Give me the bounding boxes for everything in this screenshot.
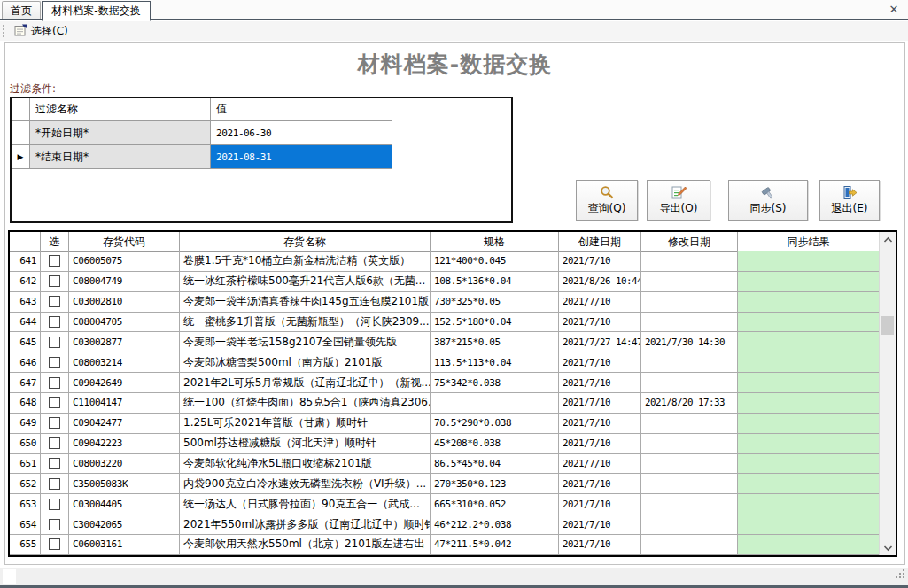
row-checkbox[interactable]: [49, 478, 60, 490]
row-number-cell: 642: [10, 272, 41, 291]
created-date-cell: 2021/7/27 14:47: [559, 332, 641, 352]
toolbar-grip-handle[interactable]: [3, 25, 6, 37]
header-inventory-code[interactable]: 存货代码: [69, 232, 180, 251]
row-number-cell: 645: [10, 332, 41, 352]
row-checkbox[interactable]: [49, 499, 60, 510]
filter-header-row: 过滤名称 值: [12, 98, 511, 121]
header-inventory-name[interactable]: 存货名称: [180, 232, 431, 251]
row-number-cell: 650: [10, 434, 41, 453]
row-checkbox[interactable]: [49, 397, 60, 408]
inventory-code-cell: C03002877: [69, 332, 180, 352]
scrollbar-thumb[interactable]: [881, 316, 894, 335]
header-modified-date[interactable]: 修改日期: [641, 232, 738, 251]
page-title: 材料档案-数据交换: [5, 50, 904, 79]
header-spec[interactable]: 规格: [431, 232, 559, 251]
resize-grip-icon[interactable]: [895, 569, 905, 582]
spec-cell: 113.5*113*0.04: [431, 352, 559, 372]
inventory-name-cell: 内袋900克立白冷水速效无磷型洗衣粉（VI升级）...: [180, 474, 431, 493]
row-number-cell: 643: [10, 292, 41, 312]
row-checkbox[interactable]: [49, 357, 60, 368]
vertical-scrollbar[interactable]: [879, 232, 896, 555]
table-row[interactable]: 648C11004147统一100（红烧牛肉面）85克5合1（陕西清真2306.…: [10, 393, 879, 414]
row-select-cell: [41, 332, 69, 352]
table-row[interactable]: 653C03004405统一汤达人（日式豚骨拉面）90克五合一（武成...665…: [10, 494, 879, 514]
table-row[interactable]: 655C06003161今麦郎饮用天然水550ml（北京）2101版左进右出47…: [10, 535, 879, 555]
table-header-row: 选 存货代码 存货名称 规格 创建日期 修改日期 同步结果: [10, 232, 879, 252]
filter-indicator-header-cell: [12, 98, 30, 121]
table-row[interactable]: 643C03002810今麦郎一袋半汤清真香辣牛肉145g五连包膜2101版73…: [10, 292, 879, 313]
header-select[interactable]: 选: [41, 232, 69, 251]
table-row[interactable]: 644C08004705统一蜜桃多1升普版（无菌新瓶型）（河长陕2309...1…: [10, 313, 879, 333]
row-checkbox[interactable]: [49, 275, 60, 287]
inventory-name-cell: 统一冰红茶柠檬味500毫升21代言人版6款（无菌...: [180, 272, 431, 291]
row-number-cell: 647: [10, 373, 41, 392]
row-select-cell: [41, 474, 69, 493]
tab-home[interactable]: 首页: [2, 1, 41, 19]
table-row[interactable]: 645C03002877今麦郎一袋半老坛158g2107全国销量领先版387*2…: [10, 332, 879, 352]
query-button[interactable]: 查询(Q): [576, 180, 638, 220]
row-select-cell: [41, 535, 69, 554]
row-checkbox[interactable]: [49, 296, 60, 307]
sync-result-cell: [738, 292, 879, 312]
exit-button[interactable]: 退出(E): [819, 180, 880, 220]
search-icon: [599, 185, 615, 200]
row-checkbox[interactable]: [49, 437, 60, 449]
spec-cell: 46*212.2*0.038: [431, 514, 559, 534]
row-checkbox[interactable]: [49, 337, 60, 348]
header-created-date[interactable]: 创建日期: [559, 232, 641, 251]
close-icon[interactable]: ✕: [887, 3, 901, 17]
row-checkbox[interactable]: [49, 417, 60, 429]
inventory-name-cell: 统一100（红烧牛肉面）85克5合1（陕西清真2306...: [180, 393, 431, 413]
row-select-cell: [41, 313, 69, 332]
filter-value-cell-selected[interactable]: 2021-08-31: [211, 145, 392, 169]
status-bar: [0, 568, 908, 588]
row-checkbox[interactable]: [49, 458, 60, 469]
row-checkbox[interactable]: [49, 377, 60, 389]
modified-date-cell: 2021/7/30 14:30: [641, 332, 738, 352]
scroll-up-icon[interactable]: [880, 232, 896, 247]
created-date-cell: 2021/8/26 10:44: [559, 272, 641, 291]
sync-button[interactable]: 同步(S): [728, 180, 808, 220]
table-row[interactable]: 642C08004749统一冰红茶柠檬味500毫升21代言人版6款（无菌...1…: [10, 272, 879, 292]
inventory-name-cell: 500ml芬达橙减糖版（河北天津）顺时针: [180, 434, 431, 453]
table-row[interactable]: 646C08003214今麦郎冰糖雪梨500ml（南方版）2101版113.5*…: [10, 352, 879, 373]
row-checkbox[interactable]: [49, 316, 60, 328]
row-number-cell: 651: [10, 454, 41, 474]
filter-row-start-date[interactable]: *开始日期* 2021-06-30: [12, 121, 511, 145]
table-row[interactable]: 647C090426492021年2L可乐5月常规版（辽南辽北辽中）（新视...…: [10, 373, 879, 393]
filter-row-end-date[interactable]: ▶ *结束日期* 2021-08-31: [12, 145, 511, 169]
export-button[interactable]: 导出(O): [647, 180, 710, 220]
tab-active-label: 材料档案-数据交换: [51, 4, 140, 19]
row-indicator-cell: [12, 121, 30, 145]
tab-strip: 首页 材料档案-数据交换 ✕: [0, 0, 908, 20]
sync-result-cell: [738, 272, 879, 291]
sync-result-cell: [738, 535, 879, 554]
created-date-cell: 2021/7/10: [559, 313, 641, 332]
modified-date-cell: [641, 292, 738, 312]
header-sync-result[interactable]: 同步结果: [738, 232, 879, 251]
table-row[interactable]: 649C090424771.25L可乐2021年普版（甘肃）顺时针70.5*29…: [10, 414, 879, 434]
spec-cell: 665*310*0.052: [431, 494, 559, 514]
filter-name-cell: *开始日期*: [30, 121, 211, 145]
exit-door-icon: [842, 185, 858, 200]
filter-value-cell[interactable]: 2021-06-30: [211, 121, 392, 145]
table-row[interactable]: 651C08003220今麦郎软化纯净水5L瓶口收缩标2101版86.5*45*…: [10, 454, 879, 475]
row-checkbox[interactable]: [49, 255, 60, 267]
filter-value-header: 值: [211, 98, 392, 121]
spec-cell: 108.5*136*0.04: [431, 272, 559, 291]
row-number-cell: 646: [10, 352, 41, 372]
scroll-down-icon[interactable]: [880, 540, 896, 555]
select-button[interactable]: 选择(C): [9, 22, 74, 41]
header-row-number: [10, 232, 41, 251]
select-button-label: 选择(C): [31, 24, 68, 39]
spec-cell: 86.5*45*0.04: [431, 454, 559, 474]
table-row[interactable]: 654C300420652021年550ml冰露拼多多版（辽南辽北辽中）顺时针4…: [10, 514, 879, 535]
table-row[interactable]: 652C35005083K内袋900克立白冷水速效无磷型洗衣粉（VI升级）...…: [10, 474, 879, 494]
table-row[interactable]: 650C09042223500ml芬达橙减糖版（河北天津）顺时针45*208*0…: [10, 434, 879, 454]
row-checkbox[interactable]: [49, 538, 60, 550]
table-row[interactable]: 641C06005075卷膜1.5千克*10桶立白新金桔洗洁精（英文版）121*…: [10, 251, 879, 272]
row-checkbox[interactable]: [49, 519, 60, 530]
inventory-code-cell: C08003214: [69, 352, 180, 372]
tab-material-data-exchange[interactable]: 材料档案-数据交换: [42, 1, 151, 21]
filter-row-filler: [392, 145, 511, 169]
